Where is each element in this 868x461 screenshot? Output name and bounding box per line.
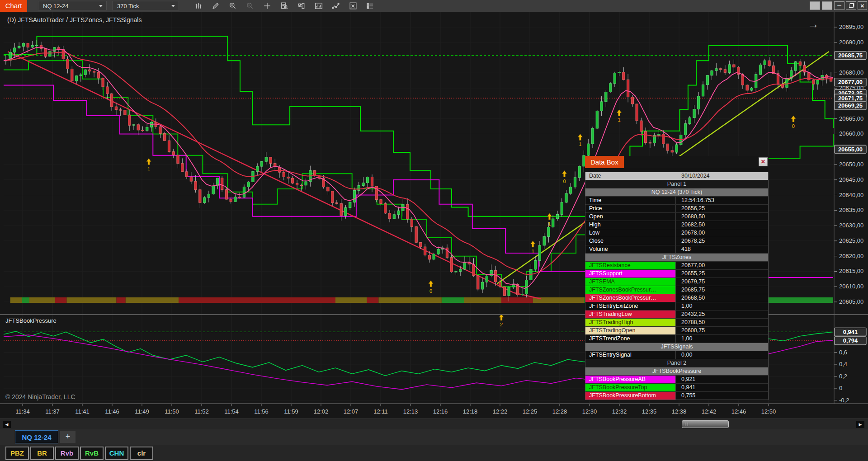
databox-row-value: 1,00	[676, 335, 768, 343]
databox-row-value: 20680,50	[676, 213, 768, 221]
price-axis-label: 20690,00	[839, 39, 863, 46]
chart-button-row: PBZBRRvbRvBCHNclr	[0, 445, 868, 461]
scroll-to-end-arrow-icon[interactable]: →	[807, 17, 819, 31]
chart-scrollbar: ◀ ▶	[0, 419, 868, 430]
svg-text:1: 1	[147, 166, 150, 171]
restore-button[interactable]	[846, 1, 856, 10]
time-axis-label: 12:18	[463, 408, 478, 415]
indicator-marker-box: 0,941	[835, 328, 866, 336]
scrollbar-thumb[interactable]	[682, 420, 729, 428]
properties-icon[interactable]	[366, 2, 374, 10]
zoom-in-icon[interactable]	[229, 2, 237, 10]
chart-button-rvb[interactable]: RvB	[80, 447, 104, 460]
price-axis-label: 20640,00	[839, 192, 863, 198]
interval-dropdown[interactable]: 370 Tick	[112, 1, 179, 10]
chart-button-rvb[interactable]: Rvb	[55, 447, 79, 460]
price-axis-label: 20695,00	[839, 24, 863, 30]
databox-row-value: 20656,25	[676, 205, 768, 212]
drawing-tools-icon[interactable]	[332, 2, 340, 10]
time-axis-label: 12:30	[582, 408, 597, 415]
chart-trader-icon[interactable]	[297, 2, 306, 10]
grip-line	[685, 423, 685, 426]
chart-window-title: Chart	[0, 0, 27, 12]
minimize-button[interactable]: ─	[834, 1, 844, 10]
copyright-text: © 2024 NinjaTrader, LLC	[5, 393, 75, 400]
tab-bar: NQ 12-24 +	[0, 429, 868, 445]
time-axis-label: 12:42	[702, 408, 717, 415]
databox-row-value: 20685,75	[676, 286, 768, 294]
data-box-close-button[interactable]: ×	[759, 157, 768, 166]
price-display-icon[interactable]	[194, 2, 203, 10]
databox-row: High20682,50	[585, 221, 768, 229]
instrument-dropdown[interactable]: NQ 12-24	[38, 1, 107, 10]
databox-row: JFTSTrendZone1,00	[585, 335, 768, 343]
toolbar: Chart NQ 12-24 370 Tick ─ ×	[0, 0, 868, 12]
workspace-button-1[interactable]	[810, 1, 820, 10]
databox-row: JFTSBookPressureTop0,941	[585, 384, 768, 392]
databox-row-label: JFTSEntrySignal	[585, 351, 676, 359]
time-axis-label: 11:49	[135, 408, 149, 415]
databox-row: JFTSEntrySignal0,00	[585, 351, 768, 359]
databox-row-label: Price	[585, 205, 676, 212]
databox-row-value: 12:54:16.753	[676, 197, 768, 204]
data-box-header[interactable]: Data Box ×	[585, 156, 769, 168]
price-axis-label: 20625,00	[839, 237, 863, 244]
price-axis-label: 20650,00	[839, 161, 863, 168]
data-box-icon[interactable]	[280, 2, 288, 10]
databox-row-label: Volume	[585, 245, 676, 253]
databox-row: JFTSEntryExitZone1,00	[585, 302, 768, 310]
indicator-axis-label: 0,6	[839, 349, 847, 356]
time-axis-label: 12:11	[373, 408, 388, 415]
crosshair-icon[interactable]	[263, 2, 271, 10]
scroll-right-button[interactable]: ▶	[856, 421, 864, 428]
time-axis-label: 11:37	[45, 408, 60, 415]
workspace-button-2[interactable]	[822, 1, 832, 10]
databox-row-label: Open	[585, 213, 676, 221]
databox-row-label: Low	[585, 229, 676, 237]
add-tab-button[interactable]: +	[60, 431, 75, 443]
indicators-icon[interactable]	[315, 2, 323, 10]
svg-text:2: 2	[500, 322, 503, 327]
databox-row-value: 418	[676, 245, 768, 253]
strategies-icon[interactable]	[349, 2, 357, 10]
databox-row: JFTSZones	[585, 254, 768, 262]
chart-button-clr[interactable]: clr	[130, 447, 153, 460]
databox-row-value: 0,755	[676, 392, 768, 400]
databox-row-label: JFTSTradingOpen	[585, 327, 676, 334]
draw-icon[interactable]	[212, 2, 220, 10]
instrument-dropdown-value: NQ 12-24	[43, 3, 68, 9]
price-axis-label: 20645,00	[839, 176, 863, 183]
time-axis-label: 11:54	[224, 408, 239, 415]
databox-row: JFTSSupport20655,25	[585, 270, 768, 278]
time-axis-label: 11:56	[254, 408, 269, 415]
minimize-icon: ─	[837, 2, 841, 9]
svg-text:0,794: 0,794	[843, 337, 858, 344]
time-axis-label: 11:41	[75, 408, 90, 415]
databox-row-value: 20655,25	[676, 270, 768, 278]
time-axis-label: 12:46	[731, 408, 746, 415]
scroll-left-button[interactable]: ◀	[3, 421, 11, 428]
price-axis-label: 20610,00	[839, 283, 863, 290]
chart-button-chn[interactable]: CHN	[105, 447, 128, 460]
databox-row-value: 20668,50	[676, 294, 768, 302]
time-axis-label: 12:25	[523, 408, 538, 415]
time-axis-label: 12:13	[403, 408, 418, 415]
chart-button-br[interactable]: BR	[30, 447, 54, 460]
databox-row: JFTSBookPressure	[585, 367, 768, 376]
databox-row: Time12:54:16.753	[585, 197, 768, 205]
databox-row-value: 20432,25	[676, 310, 768, 318]
close-button[interactable]: ×	[858, 1, 867, 10]
databox-row-label: JFTSTrendZone	[585, 335, 676, 343]
chart-button-pbz[interactable]: PBZ	[5, 447, 29, 460]
zoom-out-icon[interactable]	[246, 2, 254, 10]
price-axis-label: 20620,00	[839, 253, 863, 259]
databox-row-value: 20682,50	[676, 221, 768, 229]
svg-text:0: 0	[429, 288, 432, 294]
databox-row-value: 20678,00	[676, 229, 768, 237]
databox-row: NQ 12-24 (370 Tick)	[585, 188, 768, 197]
tab-nq-12-24[interactable]: NQ 12-24	[15, 430, 58, 443]
price-marker-box: 20655,00	[835, 145, 866, 153]
databox-row: Price20656,25	[585, 205, 768, 213]
databox-row-value: 20678,25	[676, 237, 768, 245]
svg-text:20685,75: 20685,75	[838, 52, 863, 59]
